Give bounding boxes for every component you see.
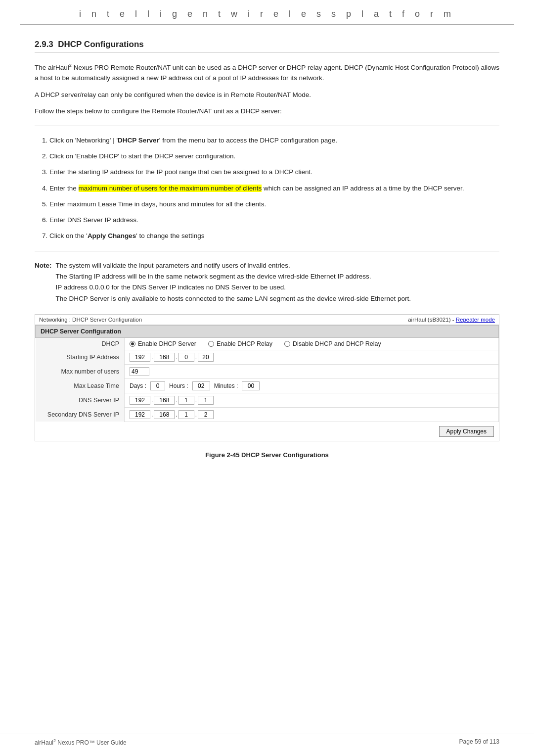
dhcp-radio-cell: Enable DHCP Server Enable DHCP Relay Dis… bbox=[125, 337, 499, 350]
sec-dns-ip-row: . . . bbox=[130, 410, 493, 419]
sec-dns-octet-4[interactable] bbox=[198, 410, 214, 419]
list-item: Click on 'Networking' | 'DHCP Server' fr… bbox=[49, 135, 499, 146]
divider-1 bbox=[35, 126, 499, 126]
list-item: Click on the 'Apply Changes' to change t… bbox=[49, 231, 499, 241]
repeater-mode-link[interactable]: Repeater mode bbox=[456, 317, 495, 323]
minutes-label: Minutes : bbox=[214, 382, 238, 389]
radio-circle bbox=[284, 341, 290, 347]
sec-dns-ip-cell: . . . bbox=[125, 407, 499, 422]
main-content: 2.9.3 DHCP Configurations The airHaul2 N… bbox=[0, 25, 534, 482]
max-users-input[interactable] bbox=[130, 367, 149, 376]
ip-row: . . . bbox=[130, 353, 493, 362]
radio-circle-selected bbox=[130, 341, 135, 347]
apply-btn-row: Apply Changes bbox=[35, 422, 499, 441]
intro-para1: The airHaul2 Nexus PRO Remote Router/NAT… bbox=[35, 62, 499, 84]
note-block: Note: The system will validate the input… bbox=[35, 260, 499, 304]
footer-right: Page 59 of 113 bbox=[459, 738, 499, 746]
footer-left: airHaul2 Nexus PRO™ User Guide bbox=[35, 738, 127, 746]
list-item: Enter DNS Server IP address. bbox=[49, 215, 499, 226]
ip-octet-2[interactable] bbox=[154, 353, 175, 362]
apply-changes-button[interactable]: Apply Changes bbox=[439, 426, 494, 437]
radio-label: Enable DHCP Relay bbox=[217, 340, 272, 347]
figure-container: Networking : DHCP Server Configuration a… bbox=[35, 314, 499, 441]
ip-octet-3[interactable] bbox=[178, 353, 194, 362]
lease-days-input[interactable] bbox=[150, 381, 165, 390]
sec-dns-octet-2[interactable] bbox=[154, 410, 175, 419]
list-item: Click on 'Enable DHCP' to start the DHCP… bbox=[49, 151, 499, 162]
radio-circle bbox=[208, 341, 214, 347]
starting-ip-cell: . . . bbox=[125, 350, 499, 364]
table-row: Max number of users bbox=[36, 364, 499, 378]
step1-bold: DHCP Server bbox=[118, 137, 159, 144]
dhcp-config-table: DHCP Server Configuration DHCP Enable DH… bbox=[35, 325, 499, 422]
ip-octet-4[interactable] bbox=[198, 353, 214, 362]
lease-minutes-input[interactable] bbox=[242, 381, 260, 390]
lease-row: Days : Hours : Minutes : bbox=[130, 381, 493, 390]
starting-ip-label: Starting IP Address bbox=[36, 350, 125, 364]
sec-dns-label: Secondary DNS Server IP bbox=[36, 407, 125, 422]
radio-label: Enable DHCP Server bbox=[138, 340, 196, 347]
radio-enable-dhcp-server[interactable]: Enable DHCP Server bbox=[130, 340, 196, 347]
dns-octet-4[interactable] bbox=[198, 396, 214, 405]
table-row: Max Lease Time Days : Hours : Minutes : bbox=[36, 378, 499, 393]
days-label: Days : bbox=[130, 382, 146, 389]
dns-octet-1[interactable] bbox=[130, 396, 150, 405]
table-header: DHCP Server Configuration bbox=[36, 325, 499, 337]
steps-list: Click on 'Networking' | 'DHCP Server' fr… bbox=[49, 135, 499, 242]
nav-right: airHaul (sB3021) - Repeater mode bbox=[408, 317, 495, 323]
sec-dns-octet-1[interactable] bbox=[130, 410, 150, 419]
note-label: Note: bbox=[35, 260, 52, 304]
max-lease-cell: Days : Hours : Minutes : bbox=[125, 378, 499, 393]
radio-group: Enable DHCP Server Enable DHCP Relay Dis… bbox=[130, 340, 493, 347]
dns-octet-3[interactable] bbox=[178, 396, 194, 405]
dns-label: DNS Server IP bbox=[36, 393, 125, 407]
intro-para2: A DHCP server/relay can only be configur… bbox=[35, 90, 499, 100]
table-row: DNS Server IP . . . bbox=[36, 393, 499, 407]
highlight-text: maximum number of users for the maximum … bbox=[79, 185, 262, 192]
max-lease-label: Max Lease Time bbox=[36, 378, 125, 393]
dns-ip-row: . . . bbox=[130, 396, 493, 405]
page-footer: airHaul2 Nexus PRO™ User Guide Page 59 o… bbox=[0, 734, 534, 746]
section-heading: 2.9.3 DHCP Configurations bbox=[35, 40, 499, 53]
figure-nav-bar: Networking : DHCP Server Configuration a… bbox=[35, 315, 499, 325]
intro-para3: Follow the steps below to configure the … bbox=[35, 106, 499, 117]
max-users-cell bbox=[125, 364, 499, 378]
dns-ip-cell: . . . bbox=[125, 393, 499, 407]
table-row: Secondary DNS Server IP . . . bbox=[36, 407, 499, 422]
nav-left: Networking : DHCP Server Configuration bbox=[39, 317, 142, 323]
ip-octet-1[interactable] bbox=[130, 353, 150, 362]
header-title: i n t e l l i g e n t w i r e l e s s p … bbox=[20, 9, 514, 19]
note-content: The system will validate the input param… bbox=[56, 260, 411, 304]
table-row: DHCP Enable DHCP Server Enable DHCP Rela… bbox=[36, 337, 499, 350]
hours-label: Hours : bbox=[169, 382, 188, 389]
divider-2 bbox=[35, 251, 499, 251]
max-users-label: Max number of users bbox=[36, 364, 125, 378]
figure-caption: Figure 2-45 DHCP Server Configurations bbox=[35, 451, 499, 459]
page-header: i n t e l l i g e n t w i r e l e s s p … bbox=[20, 0, 514, 25]
list-item: Enter the starting IP address for the IP… bbox=[49, 167, 499, 178]
dhcp-label: DHCP bbox=[36, 337, 125, 350]
radio-label: Disable DHCP and DHCP Relay bbox=[293, 340, 381, 347]
list-item: Enter the maximum number of users for th… bbox=[49, 183, 499, 194]
table-row: Starting IP Address . . . bbox=[36, 350, 499, 364]
dns-octet-2[interactable] bbox=[154, 396, 175, 405]
radio-enable-dhcp-relay[interactable]: Enable DHCP Relay bbox=[208, 340, 272, 347]
step7-bold: Apply Changes bbox=[88, 232, 136, 239]
radio-disable-dhcp[interactable]: Disable DHCP and DHCP Relay bbox=[284, 340, 381, 347]
list-item: Enter maximum Lease Time in days, hours … bbox=[49, 199, 499, 210]
sec-dns-octet-3[interactable] bbox=[178, 410, 194, 419]
lease-hours-input[interactable] bbox=[192, 381, 210, 390]
